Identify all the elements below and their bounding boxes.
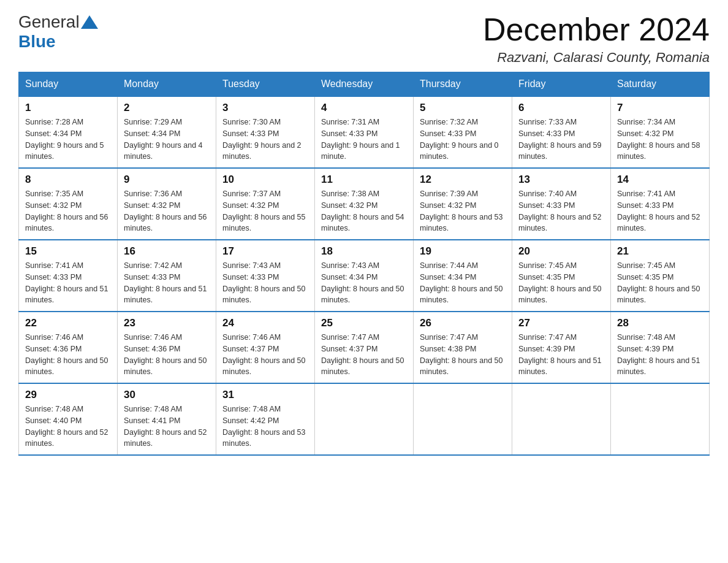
- day-number: 4: [321, 102, 407, 114]
- calendar-cell: 1 Sunrise: 7:28 AMSunset: 4:34 PMDayligh…: [19, 96, 118, 168]
- day-number: 24: [222, 317, 308, 329]
- day-info: Sunrise: 7:41 AMSunset: 4:33 PMDaylight:…: [617, 188, 703, 234]
- calendar-cell: 5 Sunrise: 7:32 AMSunset: 4:33 PMDayligh…: [414, 96, 512, 168]
- day-info: Sunrise: 7:28 AMSunset: 4:34 PMDaylight:…: [25, 117, 111, 163]
- day-info: Sunrise: 7:38 AMSunset: 4:32 PMDaylight:…: [321, 188, 407, 234]
- calendar-cell: 24 Sunrise: 7:46 AMSunset: 4:37 PMDaylig…: [216, 312, 315, 383]
- day-info: Sunrise: 7:46 AMSunset: 4:36 PMDaylight:…: [124, 332, 210, 378]
- calendar-cell: 29 Sunrise: 7:48 AMSunset: 4:40 PMDaylig…: [19, 383, 118, 455]
- calendar-cell: 10 Sunrise: 7:37 AMSunset: 4:32 PMDaylig…: [216, 168, 315, 240]
- day-info: Sunrise: 7:33 AMSunset: 4:33 PMDaylight:…: [518, 117, 604, 163]
- day-number: 30: [124, 389, 210, 401]
- calendar-cell: 21 Sunrise: 7:45 AMSunset: 4:35 PMDaylig…: [611, 240, 710, 312]
- calendar-cell: 14 Sunrise: 7:41 AMSunset: 4:33 PMDaylig…: [611, 168, 710, 240]
- calendar-cell: 23 Sunrise: 7:46 AMSunset: 4:36 PMDaylig…: [118, 312, 216, 383]
- day-info: Sunrise: 7:44 AMSunset: 4:34 PMDaylight:…: [420, 260, 506, 306]
- day-info: Sunrise: 7:46 AMSunset: 4:37 PMDaylight:…: [222, 332, 308, 378]
- day-number: 21: [617, 245, 703, 258]
- calendar-cell: [315, 383, 414, 455]
- calendar-cell: 17 Sunrise: 7:43 AMSunset: 4:33 PMDaylig…: [216, 240, 315, 312]
- day-number: 17: [222, 245, 308, 258]
- day-info: Sunrise: 7:48 AMSunset: 4:39 PMDaylight:…: [617, 332, 703, 378]
- day-number: 12: [420, 174, 506, 186]
- day-number: 9: [124, 174, 210, 186]
- calendar-cell: 13 Sunrise: 7:40 AMSunset: 4:33 PMDaylig…: [512, 168, 611, 240]
- day-info: Sunrise: 7:46 AMSunset: 4:36 PMDaylight:…: [25, 332, 111, 378]
- day-number: 31: [222, 389, 308, 401]
- day-info: Sunrise: 7:34 AMSunset: 4:32 PMDaylight:…: [617, 117, 703, 163]
- week-row-2: 8 Sunrise: 7:35 AMSunset: 4:32 PMDayligh…: [19, 168, 710, 240]
- day-number: 6: [518, 102, 604, 114]
- col-header-thursday: Thursday: [414, 72, 512, 97]
- page-header: General Blue December 2024 Razvani, Cala…: [18, 12, 710, 66]
- calendar-cell: 26 Sunrise: 7:47 AMSunset: 4:38 PMDaylig…: [414, 312, 512, 383]
- day-number: 7: [617, 102, 703, 114]
- col-header-friday: Friday: [512, 72, 611, 97]
- col-header-tuesday: Tuesday: [216, 72, 315, 97]
- calendar-cell: 31 Sunrise: 7:48 AMSunset: 4:42 PMDaylig…: [216, 383, 315, 455]
- day-info: Sunrise: 7:47 AMSunset: 4:37 PMDaylight:…: [321, 332, 407, 378]
- calendar-cell: 22 Sunrise: 7:46 AMSunset: 4:36 PMDaylig…: [19, 312, 118, 383]
- day-number: 19: [420, 245, 506, 258]
- day-info: Sunrise: 7:32 AMSunset: 4:33 PMDaylight:…: [420, 117, 506, 163]
- day-info: Sunrise: 7:37 AMSunset: 4:32 PMDaylight:…: [222, 188, 308, 234]
- day-info: Sunrise: 7:35 AMSunset: 4:32 PMDaylight:…: [25, 188, 111, 234]
- day-number: 25: [321, 317, 407, 329]
- day-number: 29: [25, 389, 111, 401]
- calendar-cell: 19 Sunrise: 7:44 AMSunset: 4:34 PMDaylig…: [414, 240, 512, 312]
- col-header-sunday: Sunday: [19, 72, 118, 97]
- day-info: Sunrise: 7:47 AMSunset: 4:39 PMDaylight:…: [518, 332, 604, 378]
- calendar-cell: [512, 383, 611, 455]
- calendar-cell: 2 Sunrise: 7:29 AMSunset: 4:34 PMDayligh…: [118, 96, 216, 168]
- day-number: 20: [518, 245, 604, 258]
- day-number: 15: [25, 245, 111, 258]
- day-info: Sunrise: 7:40 AMSunset: 4:33 PMDaylight:…: [518, 188, 604, 234]
- day-number: 27: [518, 317, 604, 329]
- calendar-table: SundayMondayTuesdayWednesdayThursdayFrid…: [18, 72, 710, 456]
- day-number: 14: [617, 174, 703, 186]
- calendar-cell: 11 Sunrise: 7:38 AMSunset: 4:32 PMDaylig…: [315, 168, 414, 240]
- day-number: 26: [420, 317, 506, 329]
- calendar-cell: 4 Sunrise: 7:31 AMSunset: 4:33 PMDayligh…: [315, 96, 414, 168]
- calendar-cell: 8 Sunrise: 7:35 AMSunset: 4:32 PMDayligh…: [19, 168, 118, 240]
- calendar-cell: 6 Sunrise: 7:33 AMSunset: 4:33 PMDayligh…: [512, 96, 611, 168]
- col-header-saturday: Saturday: [611, 72, 710, 97]
- calendar-cell: [611, 383, 710, 455]
- calendar-cell: 27 Sunrise: 7:47 AMSunset: 4:39 PMDaylig…: [512, 312, 611, 383]
- day-number: 10: [222, 174, 308, 186]
- day-info: Sunrise: 7:48 AMSunset: 4:40 PMDaylight:…: [25, 404, 111, 450]
- day-info: Sunrise: 7:42 AMSunset: 4:33 PMDaylight:…: [124, 260, 210, 306]
- day-number: 18: [321, 245, 407, 258]
- day-number: 28: [617, 317, 703, 329]
- calendar-cell: 16 Sunrise: 7:42 AMSunset: 4:33 PMDaylig…: [118, 240, 216, 312]
- col-header-wednesday: Wednesday: [315, 72, 414, 97]
- calendar-cell: 25 Sunrise: 7:47 AMSunset: 4:37 PMDaylig…: [315, 312, 414, 383]
- calendar-cell: 7 Sunrise: 7:34 AMSunset: 4:32 PMDayligh…: [611, 96, 710, 168]
- title-block: December 2024 Razvani, Calarasi County, …: [483, 12, 710, 66]
- day-info: Sunrise: 7:43 AMSunset: 4:33 PMDaylight:…: [222, 260, 308, 306]
- calendar-cell: 28 Sunrise: 7:48 AMSunset: 4:39 PMDaylig…: [611, 312, 710, 383]
- logo-blue-text: Blue: [18, 32, 56, 52]
- day-number: 8: [25, 174, 111, 186]
- calendar-cell: 15 Sunrise: 7:41 AMSunset: 4:33 PMDaylig…: [19, 240, 118, 312]
- day-number: 11: [321, 174, 407, 186]
- day-number: 2: [124, 102, 210, 114]
- day-info: Sunrise: 7:47 AMSunset: 4:38 PMDaylight:…: [420, 332, 506, 378]
- col-header-monday: Monday: [118, 72, 216, 97]
- day-number: 16: [124, 245, 210, 258]
- day-info: Sunrise: 7:36 AMSunset: 4:32 PMDaylight:…: [124, 188, 210, 234]
- week-row-1: 1 Sunrise: 7:28 AMSunset: 4:34 PMDayligh…: [19, 96, 710, 168]
- day-info: Sunrise: 7:48 AMSunset: 4:41 PMDaylight:…: [124, 404, 210, 450]
- calendar-cell: 3 Sunrise: 7:30 AMSunset: 4:33 PMDayligh…: [216, 96, 315, 168]
- logo: General Blue: [18, 12, 99, 52]
- day-info: Sunrise: 7:45 AMSunset: 4:35 PMDaylight:…: [617, 260, 703, 306]
- calendar-cell: 20 Sunrise: 7:45 AMSunset: 4:35 PMDaylig…: [512, 240, 611, 312]
- day-info: Sunrise: 7:39 AMSunset: 4:32 PMDaylight:…: [420, 188, 506, 234]
- day-info: Sunrise: 7:41 AMSunset: 4:33 PMDaylight:…: [25, 260, 111, 306]
- location-text: Razvani, Calarasi County, Romania: [483, 50, 710, 66]
- week-row-4: 22 Sunrise: 7:46 AMSunset: 4:36 PMDaylig…: [19, 312, 710, 383]
- day-info: Sunrise: 7:29 AMSunset: 4:34 PMDaylight:…: [124, 117, 210, 163]
- day-info: Sunrise: 7:30 AMSunset: 4:33 PMDaylight:…: [222, 117, 308, 163]
- day-number: 13: [518, 174, 604, 186]
- calendar-cell: 30 Sunrise: 7:48 AMSunset: 4:41 PMDaylig…: [118, 383, 216, 455]
